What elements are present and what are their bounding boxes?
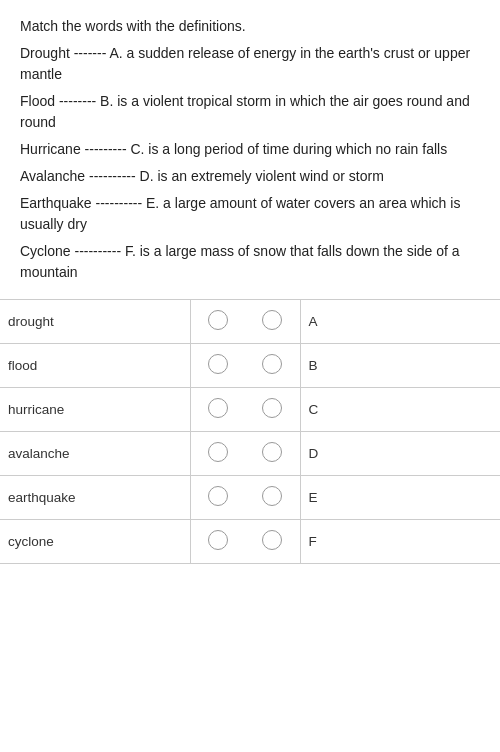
letter-cell-4: E [300, 476, 500, 520]
radio-button-right-5[interactable] [262, 530, 282, 550]
radio-right-0[interactable] [245, 300, 300, 344]
definition-1: Flood -------- B. is a violent tropical … [20, 91, 480, 133]
letter-cell-0: A [300, 300, 500, 344]
radio-button-right-4[interactable] [262, 486, 282, 506]
definition-5: Cyclone ---------- F. is a large mass of… [20, 241, 480, 283]
word-cell-3: avalanche [0, 432, 190, 476]
radio-right-5[interactable] [245, 520, 300, 564]
word-cell-1: flood [0, 344, 190, 388]
radio-button-left-3[interactable] [208, 442, 228, 462]
radio-button-left-2[interactable] [208, 398, 228, 418]
radio-right-1[interactable] [245, 344, 300, 388]
radio-right-2[interactable] [245, 388, 300, 432]
radio-left-3[interactable] [190, 432, 245, 476]
word-cell-0: drought [0, 300, 190, 344]
instructions-section: Match the words with the definitions. Dr… [0, 0, 500, 299]
radio-left-1[interactable] [190, 344, 245, 388]
letter-cell-2: C [300, 388, 500, 432]
radio-button-right-1[interactable] [262, 354, 282, 374]
definition-4: Earthquake ---------- E. a large amount … [20, 193, 480, 235]
radio-button-right-0[interactable] [262, 310, 282, 330]
definition-2: Hurricane --------- C. is a long period … [20, 139, 480, 160]
table-row: earthquake E [0, 476, 500, 520]
radio-button-left-0[interactable] [208, 310, 228, 330]
radio-right-3[interactable] [245, 432, 300, 476]
table-row: cyclone F [0, 520, 500, 564]
radio-left-5[interactable] [190, 520, 245, 564]
definition-3: Avalanche ---------- D. is an extremely … [20, 166, 480, 187]
radio-right-4[interactable] [245, 476, 300, 520]
radio-button-left-1[interactable] [208, 354, 228, 374]
letter-cell-5: F [300, 520, 500, 564]
word-cell-4: earthquake [0, 476, 190, 520]
matching-table: drought A flood B hurricane [0, 299, 500, 564]
letter-cell-1: B [300, 344, 500, 388]
radio-left-0[interactable] [190, 300, 245, 344]
table-row: drought A [0, 300, 500, 344]
table-row: avalanche D [0, 432, 500, 476]
radio-left-2[interactable] [190, 388, 245, 432]
radio-left-4[interactable] [190, 476, 245, 520]
radio-button-right-3[interactable] [262, 442, 282, 462]
radio-button-left-4[interactable] [208, 486, 228, 506]
word-cell-2: hurricane [0, 388, 190, 432]
instruction-title: Match the words with the definitions. [20, 16, 480, 37]
table-row: flood B [0, 344, 500, 388]
definition-0: Drought ------- A. a sudden release of e… [20, 43, 480, 85]
table-row: hurricane C [0, 388, 500, 432]
word-cell-5: cyclone [0, 520, 190, 564]
letter-cell-3: D [300, 432, 500, 476]
radio-button-right-2[interactable] [262, 398, 282, 418]
radio-button-left-5[interactable] [208, 530, 228, 550]
